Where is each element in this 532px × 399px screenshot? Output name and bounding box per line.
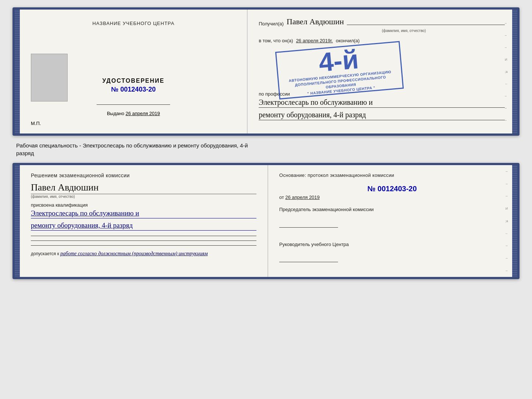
- ruk-label: Руководитель учебного Центра: [279, 241, 505, 248]
- stamp: 4-й АВТОНОМНУЮ НЕКОММЕРЧЕСКУЮ ОРГАНИЗАЦИ…: [275, 41, 404, 99]
- person-name: Павел Авдюшин: [287, 17, 344, 26]
- bottom-left-page: Решением экзаменационной комиссии Павел …: [20, 165, 268, 277]
- spine-left: [15, 10, 20, 133]
- stamp-number: 4-й: [318, 46, 360, 76]
- issued-date: Выдано 26 апреля 2019: [107, 111, 160, 116]
- bottom-person-sub: (фамилия, имя, отчество): [31, 194, 256, 199]
- center-title: НАЗВАНИЕ УЧЕБНОГО ЦЕНТРА: [92, 21, 174, 26]
- profession-line2: ремонту оборудования, 4-й разряд: [259, 111, 505, 120]
- ruk-sig: [279, 260, 505, 262]
- dopuskaetsya-block: допускается к работе согласно должностны…: [31, 251, 256, 257]
- qualification-line2: ремонту оборудования, 4-й разряд: [31, 221, 256, 231]
- stamp-text-line1: АВТОНОМНУЮ НЕКОММЕРЧЕСКУЮ ОРГАНИЗАЦИЮ: [289, 70, 392, 83]
- profession-line1: Электрослесарь по обслуживанию и: [259, 98, 505, 108]
- sig-line-3: [31, 245, 256, 246]
- spine-right: [512, 10, 517, 133]
- cert-number: № 0012403-20: [102, 86, 164, 93]
- cert-title: УДОСТОВЕРЕНИЕ: [102, 78, 164, 84]
- bottom-certificate-booklet: Решением экзаменационной комиссии Павел …: [12, 163, 520, 279]
- osnov-label: Основание: протокол экзаменационной коми…: [279, 172, 505, 178]
- protokol-number: № 0012403-20: [279, 185, 505, 193]
- predsedatel-sig: [279, 226, 505, 228]
- bottom-spine-right: [512, 165, 517, 277]
- exam-commission-title: Решением экзаменационной комиссии: [31, 172, 256, 178]
- sig-line-2: [31, 241, 256, 241]
- middle-text: Рабочая специальность - Электрослесарь п…: [12, 142, 520, 157]
- sig-line-1: [31, 236, 256, 236]
- bottom-person-name: Павел Авдюшин: [31, 182, 256, 193]
- ot-date: от 26 апреля 2019: [279, 195, 505, 200]
- po-professii-label: по профессии: [259, 91, 505, 97]
- qualification-line1: Электрослесарь по обслуживанию и: [31, 209, 256, 218]
- top-certificate-booklet: НАЗВАНИЕ УЧЕБНОГО ЦЕНТРА УДОСТОВЕРЕНИЕ №…: [12, 7, 520, 136]
- predsedatel-label: Председатель экзаменационной комиссии: [279, 206, 505, 213]
- mp-label: М.П.: [31, 121, 41, 126]
- right-page: Получил(а) Павел Авдюшин (фамилия, имя, …: [248, 10, 512, 133]
- photo-placeholder: [31, 54, 68, 101]
- vtom-line: в том, что он(а) 26 апреля 2019г. окончи…: [259, 38, 505, 43]
- signature-line-left: [97, 104, 170, 105]
- bottom-right-page: Основание: протокол экзаменационной коми…: [268, 165, 512, 277]
- right-edge-deco: – – – И ;а ← – – –: [505, 10, 512, 133]
- bottom-right-edge-deco: – – – И ;а ← – – –: [503, 165, 511, 277]
- person-sub-label: (фамилия, имя, отчество): [303, 29, 505, 33]
- stamp-text-line2: ДОПОЛНИТЕЛЬНОГО ПРОФЕССИОНАЛЬНОГО ОБРАЗО…: [279, 73, 402, 93]
- received-line: Получил(а) Павел Авдюшин: [259, 17, 505, 26]
- left-page: НАЗВАНИЕ УЧЕБНОГО ЦЕНТРА УДОСТОВЕРЕНИЕ №…: [20, 10, 248, 133]
- prisvoena-label: присвоена квалификация: [31, 202, 256, 208]
- profession-block: по профессии Электрослесарь по обслужива…: [259, 91, 505, 120]
- bottom-spine-left: [15, 165, 20, 277]
